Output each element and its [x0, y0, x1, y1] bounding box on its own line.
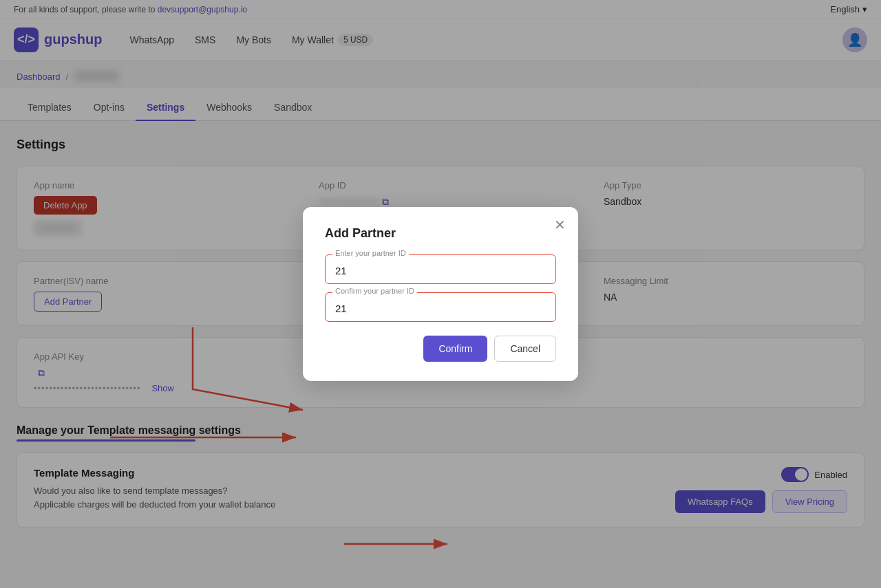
cancel-button[interactable]: Cancel: [494, 336, 556, 362]
partner-id-label: Enter your partner ID: [332, 249, 409, 257]
confirm-partner-id-input[interactable]: [335, 303, 546, 314]
confirm-button[interactable]: Confirm: [423, 336, 487, 362]
modal-title: Add Partner: [325, 226, 556, 241]
modal-close-button[interactable]: ✕: [554, 218, 566, 232]
add-partner-modal: Add Partner ✕ Enter your partner ID Conf…: [303, 207, 578, 381]
confirm-partner-id-label: Confirm your partner ID: [332, 287, 417, 295]
partner-id-field: Enter your partner ID: [325, 254, 556, 284]
confirm-partner-id-field: Confirm your partner ID: [325, 292, 556, 322]
modal-footer: Confirm Cancel: [325, 336, 556, 362]
modal-overlay: Add Partner ✕ Enter your partner ID Conf…: [0, 0, 881, 588]
partner-id-input[interactable]: [335, 265, 546, 276]
